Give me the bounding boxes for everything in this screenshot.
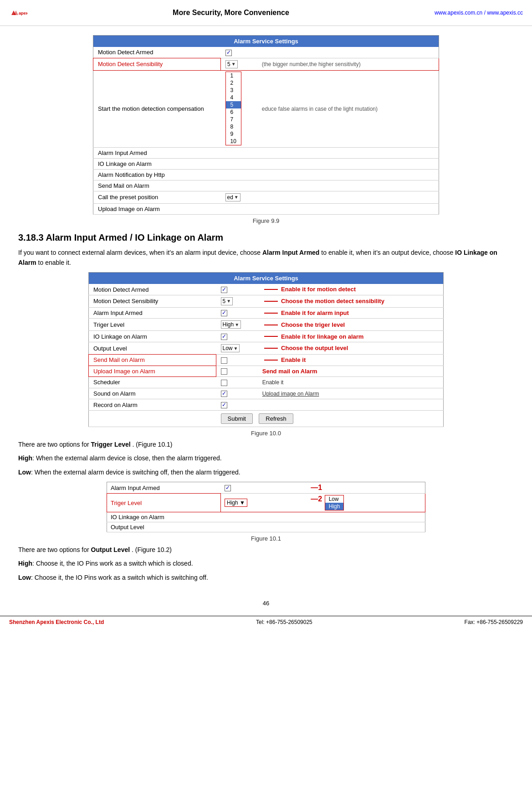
row-control[interactable] — [216, 284, 258, 295]
row-control-triger[interactable]: High ▼ — [221, 494, 304, 512]
checkbox-send-mail[interactable] — [221, 357, 227, 364]
triger-level-dropdown[interactable]: High ▼ — [221, 320, 241, 329]
section-heading-3-18-3: 3.18.3 Alarm Input Armed / IO Linkage on… — [18, 232, 514, 243]
checkbox-scheduler[interactable] — [221, 380, 227, 386]
table-row: Triger Level High ▼ Choose the triger le… — [89, 319, 444, 331]
page-number: 46 — [0, 600, 532, 607]
preset-dropdown[interactable]: ed ▼ — [225, 193, 240, 201]
row-annot: Upload image on Alarm — [258, 388, 444, 399]
row-label-notification: Alarm Notification by Http — [93, 169, 221, 180]
row-control-sensibility[interactable]: 5 ▼ — [221, 58, 257, 70]
output-high-text: High: Choose it, the IO Pins work as a s… — [18, 558, 514, 568]
row-label-send-mail: Send Mail on Alarm — [93, 180, 221, 191]
checkbox-record[interactable] — [221, 402, 227, 408]
table-row: Start the motion detection compensation … — [93, 70, 439, 147]
sensibility-dropdown-2[interactable]: 5 ▼ — [221, 297, 233, 305]
row-control[interactable] — [216, 307, 258, 319]
row-annot: Enable it — [258, 355, 444, 366]
row-control-preset[interactable]: ed ▼ — [221, 191, 257, 203]
compensation-dropdown-list[interactable]: 1 2 3 4 5 6 7 8 9 10 — [225, 72, 241, 145]
checkbox-io-linkage[interactable] — [221, 334, 227, 340]
checkbox-motion-detect-armed[interactable] — [225, 50, 232, 56]
header-links[interactable]: www.apexis.com.cn / www.apexis.cc — [435, 10, 523, 16]
sensibility-dropdown[interactable]: 5 ▼ — [225, 60, 238, 68]
row-control[interactable] — [216, 355, 258, 366]
table-row: Output Level — [107, 522, 425, 532]
refresh-button[interactable]: Refresh — [259, 413, 293, 424]
link2[interactable]: www.apexis.cc — [487, 10, 523, 16]
row-label-sensibility: Motion Detect Sensibility — [93, 58, 221, 70]
output-level-dropdown[interactable]: Low ▼ — [221, 344, 240, 352]
row-label-output: Output Level — [107, 522, 221, 532]
link1[interactable]: www.apexis.com.cn — [435, 10, 482, 16]
table-row: Motion Detect Armed Enable it for motion… — [89, 284, 444, 295]
checkbox-upload-image[interactable] — [221, 368, 227, 375]
table-row-buttons: Submit Refresh — [89, 410, 444, 427]
row-annot-2: —2 Low High — [303, 494, 425, 512]
row-control[interactable] — [216, 399, 258, 411]
row-control[interactable] — [216, 331, 258, 342]
row-control[interactable] — [216, 377, 258, 388]
row-annot: Enable it for motion detect — [258, 284, 444, 295]
row-label: Output Level — [89, 342, 216, 355]
row-label-io-linkage: IO Linkage on Alarm — [93, 158, 221, 169]
page-footer: Shenzhen Apexis Electronic Co., Ltd Tel:… — [0, 616, 532, 628]
sensibility-note: (the bigger number,the higher sensitivit… — [257, 58, 439, 70]
row-control[interactable] — [216, 366, 258, 377]
row-label-sound: Sound on Alarm — [89, 388, 216, 399]
annot-line — [264, 313, 278, 314]
table-row: Motion Detect Armed — [93, 47, 439, 58]
annot-line — [264, 289, 278, 290]
trigger-high-text: High: When the external alarm device is … — [18, 453, 514, 463]
annot-line — [264, 360, 278, 361]
checkbox-sound[interactable] — [221, 391, 227, 397]
checkbox-aia[interactable] — [221, 310, 227, 316]
checkbox-mda[interactable] — [221, 287, 227, 293]
table-row: Output Level Low ▼ Choose the output lev… — [89, 342, 444, 355]
row-control-aia[interactable] — [221, 482, 304, 494]
figure-9-9-caption: Figure 9.9 — [253, 217, 280, 224]
figure-10-0-caption: Figure 10.0 — [251, 430, 281, 437]
row-label-scheduler: Scheduler — [89, 377, 216, 388]
row-annot: Choose the triger level — [258, 319, 444, 331]
row-annot: Send mail on Alarm — [258, 366, 444, 377]
row-label: IO Linkage on Alarm — [89, 331, 216, 342]
checkbox-aia-101[interactable] — [225, 485, 231, 491]
footer-fax: Fax: +86-755-26509229 — [465, 619, 523, 625]
row-annot: Choose the output level — [258, 342, 444, 355]
row-label: Motion Detect Sensibility — [89, 295, 216, 307]
table-row: Send Mail on Alarm — [93, 180, 439, 191]
svg-text:apexis: apexis — [19, 11, 27, 15]
footer-company: Shenzhen Apexis Electronic Co., Ltd — [9, 619, 104, 625]
row-label: Motion Detect Armed — [89, 284, 216, 295]
row-annot-1: —1 — [303, 482, 425, 494]
table-row: Send Mail on Alarm Enable it — [89, 355, 444, 366]
trigger-low-text: Low: When the external alarm device is s… — [18, 467, 514, 477]
submit-button[interactable]: Submit — [221, 413, 253, 424]
table-row: Motion Detect Sensibility 5 ▼ (the bigge… — [93, 58, 439, 70]
output-low-text: Low: Choose it, the IO Pins work as a sw… — [18, 572, 514, 582]
annot-line — [264, 336, 278, 337]
row-label-alarm-input: Alarm Input Armed — [93, 147, 221, 158]
triger-dropdown-open[interactable]: Low High — [325, 495, 344, 510]
footer-tel: Tel: +86-755-26509025 — [256, 619, 312, 625]
row-control[interactable]: Low ▼ — [216, 342, 258, 355]
row-control[interactable]: High ▼ — [216, 319, 258, 331]
row-label-compensation: Start the motion detection compensation — [93, 70, 221, 147]
table-row: Record on Alarm — [89, 399, 444, 411]
row-control[interactable] — [221, 47, 257, 58]
table-row: Upload Image on Alarm Send mail on Alarm — [89, 366, 444, 377]
row-label-aia: Alarm Input Armed — [107, 482, 221, 494]
table-row: Call the preset position ed ▼ — [93, 191, 439, 203]
table-row: IO Linkage on Alarm — [93, 158, 439, 169]
row-control[interactable] — [216, 388, 258, 399]
table-row: Scheduler Enable it — [89, 377, 444, 388]
figure-10-0-container: Alarm Service Settings Motion Detect Arm… — [18, 272, 514, 437]
table-row: Motion Detect Sensibility 5 ▼ Choose the… — [89, 295, 444, 307]
table-row: Alarm Input Armed — [93, 147, 439, 158]
compensation-note: educe false alarms in case of the light … — [257, 70, 439, 147]
row-annot: Enable it for linkage on alarm — [258, 331, 444, 342]
row-label-io: IO Linkage on Alarm — [107, 512, 221, 522]
high-select[interactable]: High ▼ — [225, 499, 247, 507]
row-control[interactable]: 5 ▼ — [216, 295, 258, 307]
